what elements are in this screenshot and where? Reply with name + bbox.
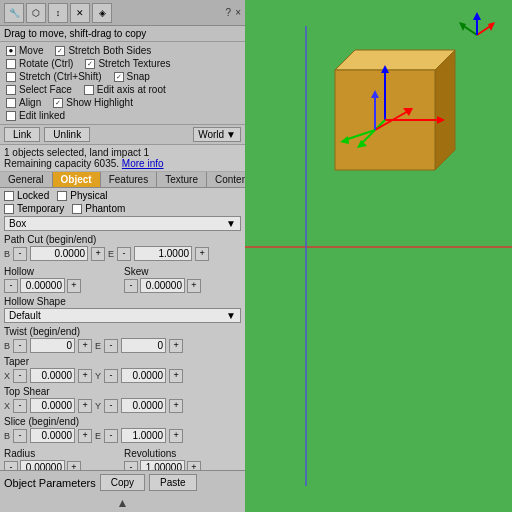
- path-cut-b-dec[interactable]: -: [13, 247, 27, 261]
- hollow-shape-dropdown[interactable]: Default▼: [4, 308, 241, 323]
- taper-row: X - + Y - +: [4, 368, 241, 383]
- tab-content[interactable]: Content: [207, 172, 245, 187]
- shear-x-dec[interactable]: -: [13, 399, 27, 413]
- hollow-dec[interactable]: -: [4, 279, 18, 293]
- menu-stretch[interactable]: Stretch (Ctrl+Shift): [6, 71, 102, 82]
- tool-btn-1[interactable]: 🔧: [4, 3, 24, 23]
- radius-inc[interactable]: +: [67, 461, 81, 471]
- highlight-check[interactable]: [53, 98, 63, 108]
- hollow-label: Hollow: [4, 266, 121, 277]
- close-btn[interactable]: ×: [235, 7, 241, 18]
- radius-input[interactable]: [20, 460, 65, 470]
- taper-y-dec[interactable]: -: [104, 369, 118, 383]
- path-cut-e-dec[interactable]: -: [117, 247, 131, 261]
- collapse-arrow[interactable]: ▲: [0, 494, 245, 512]
- edit-axis-check[interactable]: [84, 85, 94, 95]
- menu-edit-linked[interactable]: Edit linked: [6, 110, 65, 121]
- select-face-radio[interactable]: [6, 85, 16, 95]
- paste-button[interactable]: Paste: [149, 474, 197, 491]
- menu-move[interactable]: ● Move: [6, 45, 43, 56]
- rev-inc[interactable]: +: [187, 461, 201, 471]
- tab-texture[interactable]: Texture: [157, 172, 207, 187]
- twist-e-input[interactable]: [121, 338, 166, 353]
- physical-check-item[interactable]: Physical: [57, 190, 107, 201]
- phantom-checkbox[interactable]: [72, 204, 82, 214]
- phantom-check-item[interactable]: Phantom: [72, 203, 125, 214]
- rotate-radio[interactable]: [6, 59, 16, 69]
- hollow-inc[interactable]: +: [67, 279, 81, 293]
- copy-button[interactable]: Copy: [100, 474, 145, 491]
- edit-linked-radio[interactable]: [6, 111, 16, 121]
- skew-dec[interactable]: -: [124, 279, 138, 293]
- twist-e-dec[interactable]: -: [104, 339, 118, 353]
- slice-e-dec[interactable]: -: [104, 429, 118, 443]
- hollow-input[interactable]: [20, 278, 65, 293]
- tab-features[interactable]: Features: [101, 172, 157, 187]
- locked-checkbox[interactable]: [4, 191, 14, 201]
- rev-dec[interactable]: -: [124, 461, 138, 471]
- menu-align[interactable]: Align: [6, 97, 41, 108]
- radius-dec[interactable]: -: [4, 461, 18, 471]
- physical-checkbox[interactable]: [57, 191, 67, 201]
- temporary-check-item[interactable]: Temporary: [4, 203, 64, 214]
- shear-y-inc[interactable]: +: [169, 399, 183, 413]
- taper-x-dec[interactable]: -: [13, 369, 27, 383]
- path-cut-e-input[interactable]: [134, 246, 192, 261]
- shear-y-input[interactable]: [121, 398, 166, 413]
- menu-rotate[interactable]: Rotate (Ctrl): [6, 58, 73, 69]
- shear-x-input[interactable]: [30, 398, 75, 413]
- shear-y-dec[interactable]: -: [104, 399, 118, 413]
- radius-section-label: Radius: [4, 448, 121, 459]
- move-radio[interactable]: ●: [6, 46, 16, 56]
- taper-x-inc[interactable]: +: [78, 369, 92, 383]
- tool-btn-2[interactable]: ⬡: [26, 3, 46, 23]
- help-btn[interactable]: ?: [226, 7, 232, 18]
- path-cut-e-inc[interactable]: +: [195, 247, 209, 261]
- left-panel: 🔧 ⬡ ↕ ✕ ◈ ? × Drag to move, shift-drag t…: [0, 0, 245, 512]
- taper-x-input[interactable]: [30, 368, 75, 383]
- twist-e-inc[interactable]: +: [169, 339, 183, 353]
- tool-btn-3[interactable]: ↕: [48, 3, 68, 23]
- shear-x-inc[interactable]: +: [78, 399, 92, 413]
- slice-e-input[interactable]: [121, 428, 166, 443]
- stretch-radio[interactable]: [6, 72, 16, 82]
- unlink-button[interactable]: Unlink: [44, 127, 90, 142]
- main-container: 🔧 ⬡ ↕ ✕ ◈ ? × Drag to move, shift-drag t…: [0, 0, 512, 512]
- twist-row: B - + E - +: [4, 338, 241, 353]
- tab-general[interactable]: General: [0, 172, 53, 187]
- stretch-both-check[interactable]: [55, 46, 65, 56]
- slice-b-dec[interactable]: -: [13, 429, 27, 443]
- menu-edit-axis[interactable]: Edit axis at root: [84, 84, 166, 95]
- slice-b-input[interactable]: [30, 428, 75, 443]
- menu-stretch-both[interactable]: Stretch Both Sides: [55, 45, 151, 56]
- snap-check[interactable]: [114, 72, 124, 82]
- menu-stretch-tex[interactable]: Stretch Textures: [85, 58, 170, 69]
- menu-select-face[interactable]: Select Face: [6, 84, 72, 95]
- temporary-checkbox[interactable]: [4, 204, 14, 214]
- slice-e-inc[interactable]: +: [169, 429, 183, 443]
- rev-input[interactable]: [140, 460, 185, 470]
- twist-b-dec[interactable]: -: [13, 339, 27, 353]
- revolutions-section-label: Revolutions: [124, 448, 241, 459]
- taper-y-inc[interactable]: +: [169, 369, 183, 383]
- slice-b-inc[interactable]: +: [78, 429, 92, 443]
- path-cut-b-inc[interactable]: +: [91, 247, 105, 261]
- world-dropdown[interactable]: World ▼: [193, 127, 241, 142]
- shape-dropdown[interactable]: Box▼: [4, 216, 241, 231]
- menu-show-highlight[interactable]: Show Highlight: [53, 97, 133, 108]
- link-button[interactable]: Link: [4, 127, 40, 142]
- twist-b-input[interactable]: [30, 338, 75, 353]
- skew-input[interactable]: [140, 278, 185, 293]
- tool-btn-5[interactable]: ◈: [92, 3, 112, 23]
- menu-snap[interactable]: Snap: [114, 71, 150, 82]
- stretch-tex-check[interactable]: [85, 59, 95, 69]
- tool-btn-4[interactable]: ✕: [70, 3, 90, 23]
- more-info-link[interactable]: More info: [122, 158, 164, 169]
- tab-object[interactable]: Object: [53, 172, 101, 187]
- skew-inc[interactable]: +: [187, 279, 201, 293]
- align-radio[interactable]: [6, 98, 16, 108]
- locked-check-item[interactable]: Locked: [4, 190, 49, 201]
- path-cut-b-input[interactable]: [30, 246, 88, 261]
- twist-b-inc[interactable]: +: [78, 339, 92, 353]
- taper-y-input[interactable]: [121, 368, 166, 383]
